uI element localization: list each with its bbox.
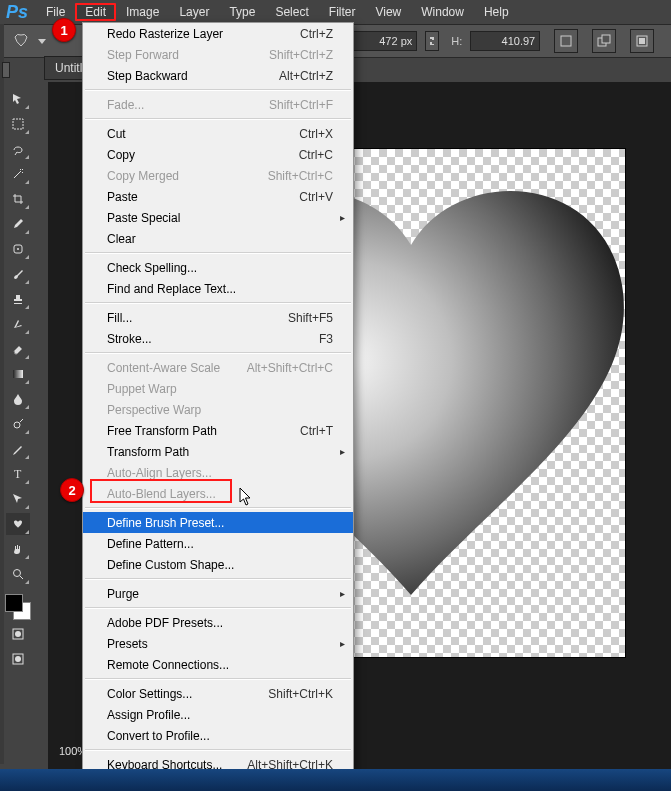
menu-item-step-backward[interactable]: Step BackwardAlt+Ctrl+Z: [83, 65, 353, 86]
menu-window[interactable]: Window: [411, 3, 474, 21]
menu-edit[interactable]: Edit: [75, 3, 116, 21]
menu-item-label: Auto-Blend Layers...: [107, 487, 333, 501]
menu-item-label: Step Forward: [107, 48, 269, 62]
menu-item-perspective-warp: Perspective Warp: [83, 399, 353, 420]
menu-item-assign-profile[interactable]: Assign Profile...: [83, 704, 353, 725]
tool-pen-icon[interactable]: [6, 438, 30, 460]
path-arrangement-button[interactable]: [630, 29, 654, 53]
svg-rect-2: [602, 35, 610, 43]
toolbar-handle[interactable]: [2, 62, 10, 78]
menu-separator: [85, 352, 351, 354]
menu-item-label: Copy Merged: [107, 169, 268, 183]
menu-help[interactable]: Help: [474, 3, 519, 21]
submenu-arrow-icon: ▸: [340, 212, 345, 223]
menu-item-find-and-replace-text[interactable]: Find and Replace Text...: [83, 278, 353, 299]
menu-separator: [85, 678, 351, 680]
menu-type[interactable]: Type: [219, 3, 265, 21]
svg-point-13: [15, 631, 21, 637]
tool-eraser-icon[interactable]: [6, 338, 30, 360]
tool-marquee-icon[interactable]: [6, 113, 30, 135]
menu-item-label: Define Pattern...: [107, 537, 333, 551]
align-edges-button[interactable]: [554, 29, 578, 53]
menu-item-remote-connections[interactable]: Remote Connections...: [83, 654, 353, 675]
tool-lasso-icon[interactable]: [6, 138, 30, 160]
menu-item-check-spelling[interactable]: Check Spelling...: [83, 257, 353, 278]
menu-item-label: Paste: [107, 190, 299, 204]
menu-item-paste-special[interactable]: Paste Special▸: [83, 207, 353, 228]
menu-item-label: Clear: [107, 232, 333, 246]
menu-item-shortcut: Alt+Ctrl+Z: [279, 69, 333, 83]
menu-layer[interactable]: Layer: [169, 3, 219, 21]
menu-item-redo-rasterize-layer[interactable]: Redo Rasterize LayerCtrl+Z: [83, 23, 353, 44]
tool-type-icon[interactable]: T: [6, 463, 30, 485]
menu-separator: [85, 89, 351, 91]
menu-item-fill[interactable]: Fill...Shift+F5: [83, 307, 353, 328]
tool-zoom-icon[interactable]: [6, 563, 30, 585]
screen-mode-icon[interactable]: [6, 648, 30, 670]
menu-item-presets[interactable]: Presets▸: [83, 633, 353, 654]
color-swatches[interactable]: [5, 594, 31, 620]
menu-separator: [85, 749, 351, 751]
menu-item-color-settings[interactable]: Color Settings...Shift+Ctrl+K: [83, 683, 353, 704]
svg-text:T: T: [14, 467, 22, 481]
menu-item-purge[interactable]: Purge▸: [83, 583, 353, 604]
tool-path-icon[interactable]: [6, 488, 30, 510]
menu-item-free-transform-path[interactable]: Free Transform PathCtrl+T: [83, 420, 353, 441]
menu-item-fade: Fade...Shift+Ctrl+F: [83, 94, 353, 115]
tool-gradient-icon[interactable]: [6, 363, 30, 385]
tool-eyedrop-icon[interactable]: [6, 213, 30, 235]
menu-item-adobe-pdf-presets[interactable]: Adobe PDF Presets...: [83, 612, 353, 633]
tool-crop-icon[interactable]: [6, 188, 30, 210]
menu-item-shortcut: Ctrl+V: [299, 190, 333, 204]
tool-stamp-icon[interactable]: [6, 288, 30, 310]
menu-view[interactable]: View: [365, 3, 411, 21]
menu-item-shortcut: Ctrl+T: [300, 424, 333, 438]
svg-point-11: [14, 570, 21, 577]
quick-mask-icon[interactable]: [6, 623, 30, 645]
tool-history-icon[interactable]: [6, 313, 30, 335]
menu-item-transform-path[interactable]: Transform Path▸: [83, 441, 353, 462]
tool-shape-icon[interactable]: [6, 513, 30, 535]
tool-dodge-icon[interactable]: [6, 413, 30, 435]
link-wh-toggle[interactable]: [425, 31, 439, 51]
menu-item-define-pattern[interactable]: Define Pattern...: [83, 533, 353, 554]
menu-separator: [85, 578, 351, 580]
menu-item-define-brush-preset[interactable]: Define Brush Preset...: [83, 512, 353, 533]
menu-select[interactable]: Select: [265, 3, 318, 21]
menu-item-clear[interactable]: Clear: [83, 228, 353, 249]
menu-item-convert-to-profile[interactable]: Convert to Profile...: [83, 725, 353, 746]
menu-image[interactable]: Image: [116, 3, 169, 21]
menu-item-shortcut: Ctrl+C: [299, 148, 333, 162]
menu-item-label: Remote Connections...: [107, 658, 333, 672]
menu-item-shortcut: Alt+Shift+Ctrl+C: [247, 361, 333, 375]
menu-item-shortcut: F3: [319, 332, 333, 346]
menu-filter[interactable]: Filter: [319, 3, 366, 21]
menu-item-shortcut: Shift+Ctrl+K: [268, 687, 333, 701]
menu-file[interactable]: File: [36, 3, 75, 21]
toolbar: T: [4, 88, 32, 670]
tool-hand-icon[interactable]: [6, 538, 30, 560]
menu-item-label: Presets: [107, 637, 333, 651]
menu-item-copy[interactable]: CopyCtrl+C: [83, 144, 353, 165]
svg-rect-5: [13, 119, 23, 129]
tool-preset-picker[interactable]: [38, 39, 46, 44]
submenu-arrow-icon: ▸: [340, 446, 345, 457]
menu-item-shortcut: Ctrl+Z: [300, 27, 333, 41]
height-input[interactable]: [470, 31, 540, 51]
menu-item-label: Auto-Align Layers...: [107, 466, 333, 480]
menu-item-label: Assign Profile...: [107, 708, 333, 722]
tool-wand-icon[interactable]: [6, 163, 30, 185]
tool-blur-icon[interactable]: [6, 388, 30, 410]
path-operations-button[interactable]: [592, 29, 616, 53]
menu-item-define-custom-shape[interactable]: Define Custom Shape...: [83, 554, 353, 575]
menu-item-label: Fade...: [107, 98, 269, 112]
tool-move-icon[interactable]: [6, 88, 30, 110]
tool-brush-icon[interactable]: [6, 263, 30, 285]
os-taskbar: [0, 769, 671, 791]
width-input[interactable]: [347, 31, 417, 51]
tool-patch-icon[interactable]: [6, 238, 30, 260]
menu-item-cut[interactable]: CutCtrl+X: [83, 123, 353, 144]
menu-separator: [85, 507, 351, 509]
menu-item-paste[interactable]: PasteCtrl+V: [83, 186, 353, 207]
menu-item-stroke[interactable]: Stroke...F3: [83, 328, 353, 349]
